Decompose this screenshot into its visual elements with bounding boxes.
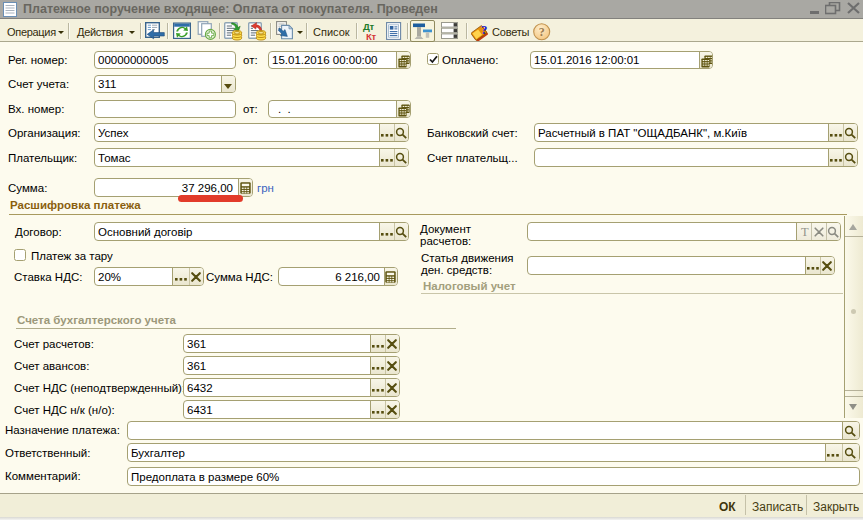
svg-text:?: ? (481, 22, 488, 37)
svg-text:?: ? (539, 25, 545, 39)
